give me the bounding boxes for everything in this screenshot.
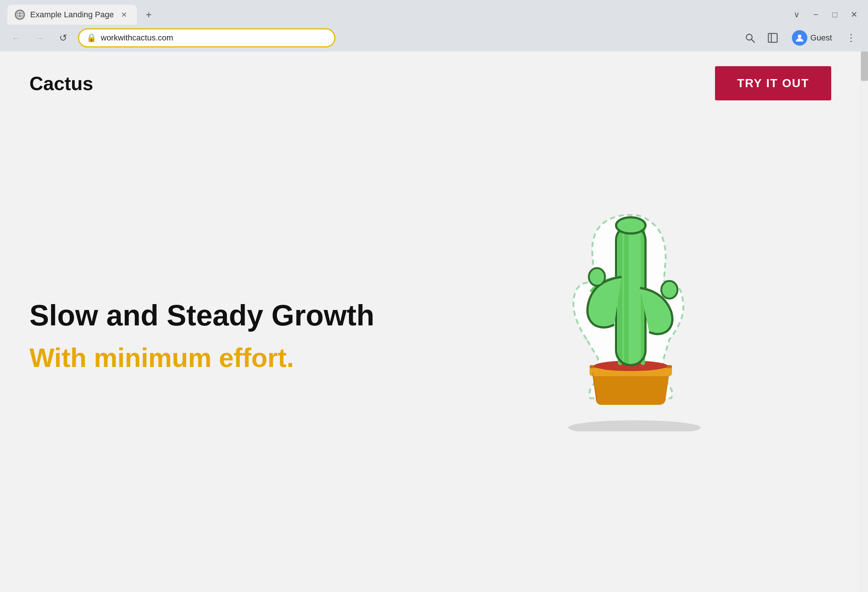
profile-button[interactable]: Guest bbox=[786, 27, 838, 49]
address-text: workwithcactus.com bbox=[101, 33, 327, 43]
address-bar[interactable]: 🔒 workwithcactus.com bbox=[78, 28, 335, 47]
minimize-button[interactable]: − bbox=[809, 8, 822, 21]
browser-toolbar: Guest ⋮ bbox=[740, 27, 861, 49]
address-bar-row: ← → ↺ 🔒 workwithcactus.com bbox=[0, 26, 868, 52]
scrollbar-thumb[interactable] bbox=[861, 52, 868, 81]
hero-section: Slow and Steady Growth With minimum effo… bbox=[0, 115, 861, 520]
svg-line-4 bbox=[751, 39, 754, 42]
title-bar: Example Landing Page ✕ + ∨ − □ ✕ bbox=[0, 0, 868, 26]
svg-rect-5 bbox=[768, 34, 777, 42]
browser-tab[interactable]: Example Landing Page ✕ bbox=[7, 5, 137, 25]
profile-name: Guest bbox=[810, 33, 832, 43]
scrollbar[interactable] bbox=[861, 52, 868, 592]
tab-favicon bbox=[15, 10, 25, 20]
svg-point-7 bbox=[798, 35, 802, 38]
svg-rect-14 bbox=[624, 225, 629, 365]
forward-button[interactable]: → bbox=[31, 29, 49, 47]
menu-button[interactable]: ⋮ bbox=[841, 28, 861, 47]
search-button[interactable] bbox=[740, 28, 760, 47]
avatar bbox=[792, 30, 807, 46]
tab-close-button[interactable]: ✕ bbox=[119, 10, 130, 20]
webpage: Cactus TRY IT OUT Slow and Steady Growth… bbox=[0, 52, 861, 592]
hero-image bbox=[430, 203, 831, 431]
chevron-down-button[interactable]: ∨ bbox=[790, 8, 803, 21]
try-it-out-button[interactable]: TRY IT OUT bbox=[715, 66, 831, 100]
lock-icon: 🔒 bbox=[86, 33, 96, 43]
hero-headline: Slow and Steady Growth bbox=[30, 298, 430, 332]
page-logo: Cactus bbox=[30, 72, 93, 94]
hero-subheadline: With minimum effort. bbox=[30, 343, 430, 372]
page-nav: Cactus TRY IT OUT bbox=[0, 52, 861, 115]
svg-point-8 bbox=[568, 420, 701, 431]
restore-button[interactable]: □ bbox=[828, 8, 841, 21]
reload-button[interactable]: ↺ bbox=[55, 29, 72, 47]
cactus-illustration bbox=[528, 203, 734, 431]
new-tab-button[interactable]: + bbox=[140, 6, 158, 24]
tab-title: Example Landing Page bbox=[30, 10, 114, 19]
sidebar-button[interactable] bbox=[763, 28, 782, 47]
hero-text: Slow and Steady Growth With minimum effo… bbox=[30, 262, 430, 372]
close-button[interactable]: ✕ bbox=[847, 8, 861, 21]
back-button[interactable]: ← bbox=[7, 29, 25, 47]
